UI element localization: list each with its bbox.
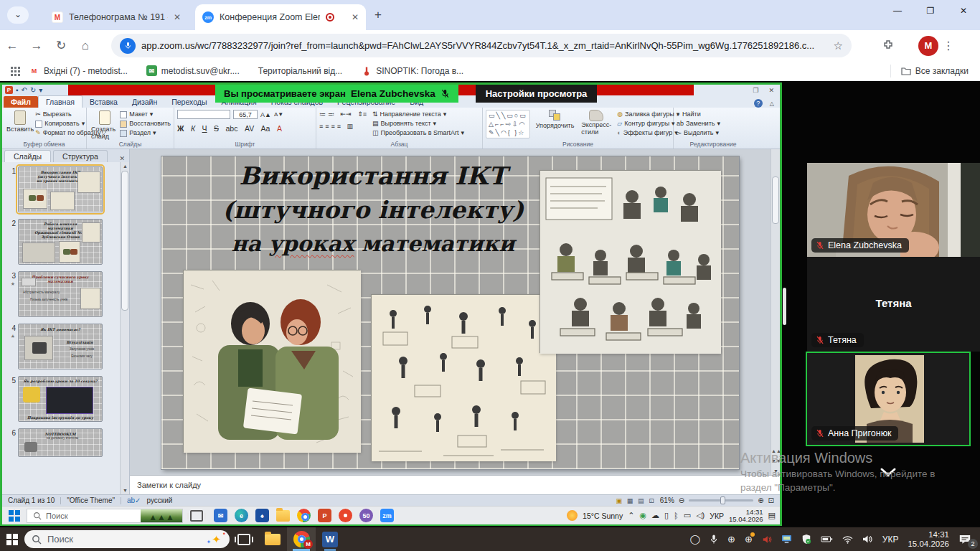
bookmark-territorial[interactable]: Територіальний від... [258,66,342,76]
align-right-icon[interactable]: ≡ [331,122,335,131]
pane-tab-outline[interactable]: Структура [53,150,108,162]
linespacing-icon[interactable]: ⇕≡ [357,110,367,119]
file-explorer-icon[interactable] [276,509,290,522]
slide-thumbnail-1[interactable]: 1 Використання ІКТ (штучного інтелекту) … [5,166,119,212]
save-icon[interactable]: ▪ [16,87,19,94]
tab-file[interactable]: Файл [4,96,38,108]
solitaire-icon[interactable]: ♠ [255,509,269,522]
tab-home[interactable]: Главная [38,95,83,108]
all-bookmarks-button[interactable]: Все закладки [890,65,969,77]
scroll-up-icon[interactable]: ▲ [121,164,130,169]
tray-globe-icon[interactable]: ⊕ [727,534,735,545]
phone-icon[interactable]: ▯ [664,511,669,520]
browser-menu-icon[interactable]: ⋮ [943,39,954,52]
bold-button[interactable]: Ж [177,124,184,133]
quick-styles-button[interactable]: Экспресс-стили [581,110,611,136]
find-button[interactable]: ⌕Найти [677,110,750,119]
spellcheck-icon[interactable]: ab✓ [127,496,141,504]
language-button[interactable]: УКР [710,512,724,520]
file-explorer-button[interactable] [258,527,287,551]
battery-icon[interactable] [821,535,833,543]
qat-dropdown-icon[interactable]: ▾ [39,87,42,94]
zoom-out-icon[interactable]: ⊖ [679,496,684,504]
shrink-font-icon[interactable]: A▼ [274,111,283,118]
shadow-button[interactable]: abc [226,124,238,133]
restore-icon[interactable]: ❐ [753,87,758,94]
mail-app-icon[interactable]: ✉ [214,509,227,522]
video-tile-elena[interactable]: Elena Zubchevska [807,163,980,257]
home-icon[interactable]: ⌂ [73,39,98,53]
powerpoint-icon[interactable]: P [318,509,331,522]
extension-icon[interactable] [882,39,894,53]
notification-center-icon[interactable]: 2 [958,534,973,545]
collapse-ribbon-icon[interactable]: △ [770,100,774,107]
arrange-button[interactable]: Упорядочить [536,110,575,129]
pane-tab-slides[interactable]: Слайды [4,150,51,162]
bookmark-star-icon[interactable]: ☆ [834,39,843,52]
tray-red-speaker-icon[interactable] [762,534,772,545]
close-icon[interactable]: ✕ [947,0,980,23]
numbering-icon[interactable]: ≕ [328,110,334,119]
edge-icon[interactable]: e [235,509,248,522]
editor-scroll-thumb[interactable] [772,176,779,224]
word-taskbar-button[interactable]: W [316,527,344,551]
font-color-button[interactable]: A [277,124,282,133]
slide-image-classroom[interactable] [540,170,720,353]
smartart-button[interactable]: ◫Преобразовать в SmartArt ▾ [372,128,464,138]
taskbar-search-box[interactable]: Поиск ✦ [24,530,230,548]
shape-outline-button[interactable]: ▱Контур фигуры ▾ [617,119,679,128]
pane-close-icon[interactable]: ✕ [119,155,125,162]
reset-button[interactable]: Восстановить [120,119,171,128]
network-icon[interactable]: ᛒ [674,512,679,520]
help-icon[interactable]: ? [754,99,763,108]
slide-image-two-students[interactable] [183,270,360,452]
slide-sorter-icon[interactable]: ▦ [627,497,633,504]
zoom-slider[interactable] [689,499,753,501]
address-bar[interactable]: app.zoom.us/wc/77883232977/join?ref_from… [111,34,852,57]
language-indicator[interactable]: русский [147,496,173,504]
slideshow-icon[interactable]: ⊡ [649,497,654,504]
redo-icon[interactable]: ↻ [30,87,36,94]
bullets-icon[interactable]: ≔ [319,110,326,119]
reading-view-icon[interactable]: ▤ [638,497,644,504]
tray-chevron-icon[interactable]: ⌃ [628,511,634,520]
next-slide-button[interactable]: ▼▼ [771,458,781,463]
underline-button[interactable]: Ч [202,124,207,133]
minimize-icon[interactable]: — [881,0,914,23]
zoom-app-icon[interactable]: zm [380,509,394,522]
tab-design[interactable]: Дизайн [125,96,164,108]
maximize-icon[interactable]: ❐ [914,0,947,23]
task-view-button[interactable] [230,527,258,551]
close-icon[interactable]: ✕ [768,87,774,94]
new-slide-button[interactable]: Создать слайд [91,110,118,140]
paste-button[interactable]: Вставить [6,110,34,138]
cloud-icon[interactable]: ☁ [651,511,659,520]
text-direction-button[interactable]: ⇅Направление текста ▾ [372,110,464,119]
fit-to-window-icon[interactable]: ⊡ [768,496,774,504]
grow-font-icon[interactable]: A▲ [260,111,271,118]
forward-icon[interactable]: → [24,39,49,53]
pane-scrollbar[interactable]: ▲ ▼ [120,162,129,494]
columns-icon[interactable]: ▥ [347,122,354,131]
status-icon[interactable]: ◉ [639,511,646,520]
spacing-button[interactable]: AV [245,124,254,133]
slide-thumbnail-4[interactable]: 4 ★ Як ІКТ допомагає? Візуалізація Залуч… [5,324,119,369]
tab-transitions[interactable]: Переходы [164,96,214,108]
slide-canvas[interactable]: Використання ІКТ (штучного інтелекту) на… [161,156,739,469]
case-button[interactable]: Aa [261,124,270,133]
align-left-icon[interactable]: ≡ [319,122,323,131]
volume-icon[interactable]: ◁) [696,511,705,520]
apps-grid-icon[interactable] [10,66,20,76]
bookmark-mail[interactable]: ✉ metodist.suv@ukr.... [146,65,240,76]
view-options-button[interactable]: Настройки просмотра [476,85,598,103]
inner-search-box[interactable]: Поиск ▲▲▲ [27,509,183,523]
video-tile-tetyana[interactable]: Тетяна Тетяна [807,257,980,352]
strike-button[interactable]: S [214,124,219,133]
scroll-down-icon[interactable]: ▼ [771,468,781,474]
security-shield-icon[interactable] [801,534,811,545]
video-tile-anna-active-speaker[interactable]: Анна Пригонюк [806,352,971,446]
reload-icon[interactable]: ↻ [49,38,73,53]
scroll-down-icon[interactable]: ▼ [121,488,130,493]
font-size-box[interactable]: 65,7 [233,110,258,119]
font-name-box[interactable] [177,110,230,119]
